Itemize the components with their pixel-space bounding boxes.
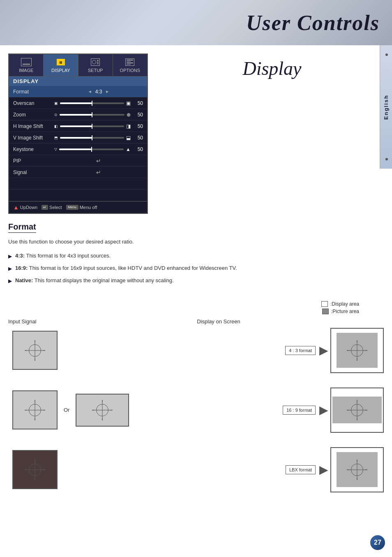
arrow-43: ▶ [319, 343, 328, 357]
format-heading: Format [8, 222, 36, 233]
display-tab-icon: ▦ [55, 58, 67, 67]
or-text: Or [60, 407, 74, 413]
bullet-item-3: ▶ Native: This format displays the origi… [8, 276, 384, 285]
options-line-4 [127, 64, 131, 65]
legend-box-picture [322, 309, 329, 314]
osd-row-vshift[interactable]: V Image Shift ⬒ ⬓ 50 [9, 132, 147, 144]
zoom-icon-right: ⊕ [127, 112, 131, 118]
select-icon: ↵ [42, 205, 48, 210]
display-on-screen-label: Display on Screen [62, 318, 384, 325]
zoom-icon-left: ⊙ [54, 113, 58, 117]
format-display: ◄ 4:3 ► [54, 89, 143, 95]
setup-tab-icon [90, 58, 101, 67]
format-left-arrow[interactable]: ◄ [88, 89, 92, 94]
updown-icon: ▲ [13, 204, 19, 211]
keystone-thumb [91, 147, 92, 152]
hshift-fill [60, 125, 92, 127]
vshift-slider[interactable] [60, 137, 124, 139]
osd-row-hshift[interactable]: H Image Shift ◧ ◨ 50 [9, 121, 147, 132]
overscan-slider[interactable] [60, 102, 124, 104]
osd-row-keystone[interactable]: Keystone ▽ ▲ 50 [9, 144, 147, 155]
osd-row-zoom[interactable]: Zoom ⊙ ⊕ 50 [9, 109, 147, 121]
page-number: 27 [374, 539, 381, 546]
tab-setup[interactable]: SETUP [78, 54, 113, 76]
crosshair-1 [25, 340, 45, 361]
tab-setup-label: SETUP [88, 68, 103, 73]
format-label-box-169: 16 : 9 format [283, 406, 316, 415]
overscan-thumb [92, 101, 92, 106]
signal-content: ↵ [54, 169, 143, 176]
crosshair-circle-1 [29, 344, 41, 357]
right-panel: Display [156, 53, 384, 214]
pip-content: ↵ [54, 158, 143, 164]
crosshair-circle-2 [29, 404, 41, 416]
keystone-icon-right: ▲ [126, 146, 131, 152]
osd-row-format[interactable]: Format ◄ 4:3 ► [9, 86, 147, 97]
overscan-fill [60, 102, 92, 104]
format-right-arrow[interactable]: ► [105, 89, 109, 94]
image-tab-icon [21, 58, 32, 67]
bullet-arrow-2: ▶ [8, 265, 12, 272]
page-number-badge: 27 [369, 534, 386, 551]
bullet-list: ▶ 4:3: This format is for 4x3 input sour… [8, 252, 384, 285]
zoom-content: ⊙ ⊕ [54, 112, 131, 118]
tab-display-label: DISPLAY [51, 68, 70, 73]
overscan-icon-left: ▣ [54, 101, 58, 105]
format-label: Format [13, 89, 54, 95]
tab-display[interactable]: ▦ DISPLAY [44, 54, 78, 76]
vshift-value: 50 [131, 135, 143, 141]
zoom-slider[interactable] [60, 114, 125, 116]
signal-label: Signal [13, 169, 54, 175]
sidebar-dot-top [385, 53, 388, 56]
legend-display-area: :Display area [321, 301, 359, 307]
options-icon [125, 58, 134, 66]
bullet-text-2: 16:9: This format is for 16x9 input sour… [15, 264, 237, 272]
legend-picture-area: :Picture area [322, 309, 359, 314]
vshift-icon-right: ⬓ [126, 135, 131, 141]
keystone-value: 50 [131, 146, 143, 152]
tab-options-label: OPTIONS [120, 68, 141, 73]
keystone-slider[interactable] [59, 149, 124, 150]
bullet-item-2: ▶ 16:9: This format is for 16x9 input so… [8, 264, 384, 272]
format-arrow-43: 4 : 3 format ▶ [285, 343, 328, 357]
pip-label: PIP [13, 158, 54, 164]
crosshair-display-2 [347, 400, 367, 420]
display-inner-2 [332, 397, 382, 423]
vshift-icon-left: ⬒ [54, 136, 58, 140]
crosshair-display-3 [347, 460, 367, 480]
format-arrow-lbx: LBX format ▶ [286, 463, 328, 476]
bullet-arrow-3: ▶ [8, 277, 12, 285]
main-content: IMAGE ▦ DISPLAY [0, 45, 392, 222]
osd-tabs: IMAGE ▦ DISPLAY [9, 54, 147, 77]
hshift-slider[interactable] [60, 125, 124, 127]
tab-options[interactable]: OPTIONS [113, 54, 147, 76]
hshift-label: H Image Shift [13, 123, 54, 129]
overscan-track [60, 102, 124, 104]
tab-image[interactable]: IMAGE [9, 54, 44, 76]
osd-section-title: DISPLAY [9, 77, 147, 86]
legend: :Display area :Picture area [8, 301, 384, 314]
diagram-row-43: 4 : 3 format ▶ [8, 328, 384, 373]
format-label-box-43: 4 : 3 format [285, 346, 316, 355]
input-signal-box-3 [12, 450, 58, 489]
format-arrow-169: 16 : 9 format ▶ [283, 403, 328, 417]
input-signal-box-2 [12, 390, 58, 429]
menu-icon: Menu [66, 205, 78, 210]
crosshair-circle-d2 [351, 404, 363, 416]
osd-footer: ▲ UpDown ↵ Select Menu Menu off [9, 201, 147, 213]
signal-enter-icon: ↵ [96, 169, 101, 176]
legend-picture-label: :Picture area [331, 309, 359, 314]
zoom-track [60, 114, 125, 116]
keystone-label: Keystone [13, 146, 54, 152]
osd-menu: IMAGE ▦ DISPLAY [8, 53, 148, 214]
vshift-thumb [92, 135, 92, 140]
osd-row-signal[interactable]: Signal ↵ [9, 167, 147, 178]
footer-menuoff-label: Menu off [80, 205, 97, 210]
osd-row-pip[interactable]: PIP ↵ [9, 155, 147, 167]
image-icon [21, 58, 32, 66]
zoom-label: Zoom [13, 112, 54, 118]
zoom-thumb [92, 112, 92, 117]
keystone-track [59, 149, 124, 150]
legend-display-label: :Display area [330, 301, 359, 307]
osd-row-overscan[interactable]: Overscan ▣ ▣ 50 [9, 97, 147, 109]
